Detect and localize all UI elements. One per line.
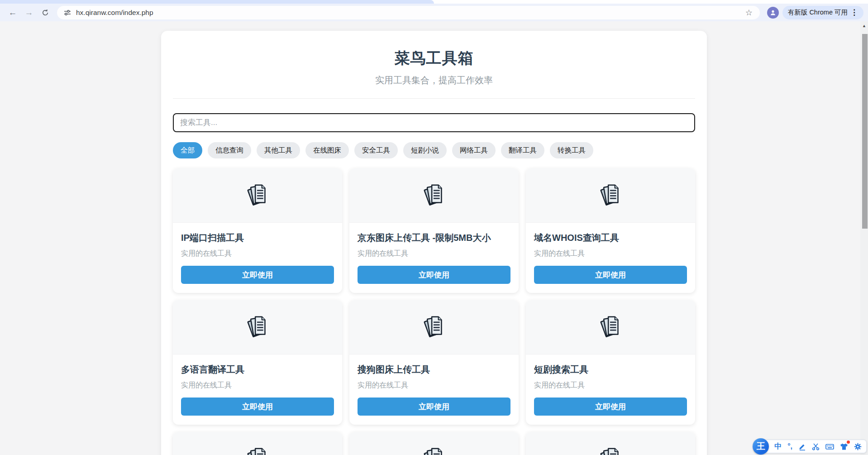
documents-icon [420, 445, 448, 455]
chrome-update-label: 有新版 Chrome 可用 [788, 8, 848, 17]
documents-icon [243, 313, 272, 341]
tool-grid: IP端口扫描工具 实用的在线工具 立即使用 京东图床上传工 [173, 168, 695, 455]
search-input[interactable] [173, 113, 695, 132]
ime-mode-toggle[interactable]: 中 [774, 442, 782, 451]
tool-icon-area [349, 168, 519, 223]
tool-card: IP端口扫描工具 实用的在线工具 立即使用 [173, 168, 342, 293]
tool-icon-area [173, 300, 342, 354]
tool-card-body: 多语言翻译工具 实用的在线工具 立即使用 [173, 354, 342, 425]
tag-filter-7[interactable]: 翻译工具 [501, 142, 544, 158]
documents-icon [596, 313, 625, 341]
tag-filter-8[interactable]: 转换工具 [550, 142, 593, 158]
tag-filter-6[interactable]: 网络工具 [452, 142, 496, 158]
ime-skin-button[interactable] [840, 443, 848, 450]
person-icon [769, 9, 777, 16]
browser-chrome: ← → hx.qiranw.com/index.php ☆ [0, 0, 868, 21]
gear-icon [854, 443, 862, 450]
tag-filter-1[interactable]: 信息查询 [208, 142, 251, 158]
tool-title: 短剧搜索工具 [534, 364, 687, 376]
documents-icon [243, 445, 272, 455]
tool-title: 域名WHOIS查询工具 [534, 232, 687, 244]
documents-icon [596, 445, 625, 455]
profile-avatar[interactable] [767, 7, 779, 19]
active-tab-fragment[interactable] [0, 0, 428, 4]
tool-card-body: 域名WHOIS查询工具 实用的在线工具 立即使用 [526, 223, 695, 293]
tool-description: 实用的在线工具 [181, 381, 334, 390]
tool-icon-area [173, 168, 342, 223]
tag-filter-3[interactable]: 在线图床 [305, 142, 349, 158]
keyboard-icon [825, 443, 834, 450]
tool-card-partial [173, 432, 342, 455]
url-text[interactable]: hx.qiranw.com/index.php [76, 9, 153, 17]
tool-icon-area [526, 168, 695, 223]
tool-card-body: 搜狗图床上传工具 实用的在线工具 立即使用 [349, 354, 519, 425]
tool-icon-area [526, 432, 695, 455]
tool-description: 实用的在线工具 [534, 381, 687, 390]
ime-clipboard-button[interactable] [812, 443, 820, 450]
tool-card: 多语言翻译工具 实用的在线工具 立即使用 [173, 300, 342, 425]
address-bar[interactable]: hx.qiranw.com/index.php ☆ [57, 6, 760, 19]
ime-keyboard-button[interactable] [825, 443, 834, 450]
chrome-update-button[interactable]: 有新版 Chrome 可用 ⋮ [782, 6, 863, 19]
ime-toolbar: 王 中 °, [754, 440, 867, 453]
tag-filter-0[interactable]: 全部 [173, 142, 202, 158]
scissors-icon [812, 443, 820, 450]
tool-use-button[interactable]: 立即使用 [358, 398, 510, 416]
menu-kebab-icon[interactable]: ⋮ [848, 8, 861, 17]
page-viewport: 菜鸟工具箱 实用工具集合，提高工作效率 全部信息查询其他工具在线图床安全工具短剧… [0, 21, 868, 455]
pencil-icon [798, 443, 806, 450]
tool-card-body: IP端口扫描工具 实用的在线工具 立即使用 [173, 223, 342, 293]
notification-dot [847, 441, 850, 444]
site-info-button[interactable] [62, 7, 73, 19]
tool-use-button[interactable]: 立即使用 [534, 398, 687, 416]
documents-icon [420, 313, 448, 341]
tool-description: 实用的在线工具 [181, 249, 334, 259]
tool-icon-area [526, 300, 695, 354]
tool-title: 京东图床上传工具 -限制5MB大小 [358, 232, 510, 244]
scrollbar[interactable]: ▲ [860, 21, 868, 455]
tool-title: IP端口扫描工具 [181, 232, 334, 244]
page-subtitle: 实用工具集合，提高工作效率 [173, 74, 695, 86]
ime-logo[interactable]: 王 [753, 438, 769, 455]
back-button[interactable]: ← [6, 6, 19, 19]
ime-handwriting-button[interactable] [798, 443, 806, 450]
scroll-up-arrow-icon[interactable]: ▲ [860, 21, 868, 28]
tune-icon [64, 9, 71, 16]
ime-punctuation-toggle[interactable]: °, [787, 442, 792, 450]
tool-use-button[interactable]: 立即使用 [534, 266, 687, 284]
header-divider [173, 98, 695, 99]
tool-use-button[interactable]: 立即使用 [181, 266, 334, 284]
shirt-icon [840, 443, 848, 450]
tag-filter-4[interactable]: 安全工具 [354, 142, 398, 158]
tool-icon-area [349, 432, 519, 455]
tool-card: 域名WHOIS查询工具 实用的在线工具 立即使用 [526, 168, 695, 293]
forward-button[interactable]: → [22, 6, 36, 19]
tool-description: 实用的在线工具 [358, 381, 510, 390]
tab-strip [0, 0, 868, 4]
tool-description: 实用的在线工具 [534, 249, 687, 259]
tag-list: 全部信息查询其他工具在线图床安全工具短剧小说网络工具翻译工具转换工具 [173, 142, 695, 158]
reload-icon [41, 9, 49, 17]
tool-card-body: 短剧搜索工具 实用的在线工具 立即使用 [526, 354, 695, 425]
documents-icon [596, 182, 625, 210]
tag-filter-2[interactable]: 其他工具 [257, 142, 300, 158]
tag-filter-5[interactable]: 短剧小说 [403, 142, 447, 158]
tool-icon-area [349, 300, 519, 354]
documents-icon [420, 182, 448, 210]
tool-use-button[interactable]: 立即使用 [358, 266, 510, 284]
ime-settings-button[interactable] [854, 443, 862, 450]
tool-title: 搜狗图床上传工具 [358, 364, 510, 376]
content-panel: 菜鸟工具箱 实用工具集合，提高工作效率 全部信息查询其他工具在线图床安全工具短剧… [161, 31, 707, 455]
tool-title: 多语言翻译工具 [181, 364, 334, 376]
tool-card: 搜狗图床上传工具 实用的在线工具 立即使用 [349, 300, 519, 425]
tool-use-button[interactable]: 立即使用 [181, 398, 334, 416]
tool-card-body: 京东图床上传工具 -限制5MB大小 实用的在线工具 立即使用 [349, 223, 519, 293]
browser-toolbar: ← → hx.qiranw.com/index.php ☆ [0, 4, 868, 21]
scrollbar-thumb[interactable] [862, 34, 868, 229]
tool-card: 京东图床上传工具 -限制5MB大小 实用的在线工具 立即使用 [349, 168, 519, 293]
page-title: 菜鸟工具箱 [173, 48, 695, 69]
tool-card-partial [349, 432, 519, 455]
tool-description: 实用的在线工具 [358, 249, 510, 259]
reload-button[interactable] [38, 6, 52, 19]
bookmark-star-icon[interactable]: ☆ [745, 8, 753, 18]
